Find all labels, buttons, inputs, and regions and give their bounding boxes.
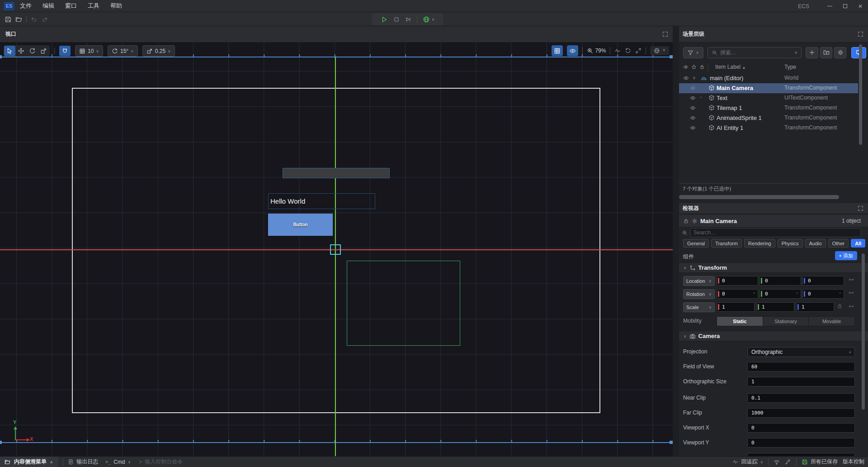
- eye-icon[interactable]: [690, 95, 696, 101]
- tab-physics[interactable]: Physics: [778, 239, 803, 248]
- close-button[interactable]: ✕: [853, 0, 868, 12]
- selection-handle[interactable]: [670, 441, 673, 444]
- selection-handle[interactable]: [0, 441, 2, 444]
- hierarchy-hscrollbar[interactable]: [679, 195, 868, 200]
- rotation-dropdown[interactable]: Rotation∨: [683, 289, 715, 299]
- debug-probe-icon[interactable]: [785, 459, 791, 465]
- scene-canvas[interactable]: 10 ∨ 15° ∨ 0.25 ∨: [0, 43, 673, 456]
- eye-icon[interactable]: [690, 85, 696, 91]
- tab-audio[interactable]: Audio: [805, 239, 826, 248]
- add-component-button[interactable]: + 添加: [835, 251, 857, 260]
- tab-general[interactable]: General: [683, 239, 709, 248]
- console-command-input[interactable]: > 输入控制台命令: [139, 458, 183, 466]
- link-axes-icon[interactable]: [848, 303, 854, 310]
- location-dropdown[interactable]: Location∨: [683, 276, 715, 286]
- ui-button-object[interactable]: Button: [268, 214, 333, 236]
- hierarchy-search-input[interactable]: 搜索... ∨: [708, 47, 802, 58]
- app-logo[interactable]: ES: [4, 2, 14, 10]
- tree-row-ai-entity[interactable]: AI Entity 1 TransformComponent: [679, 123, 858, 133]
- add-entity-button[interactable]: [806, 47, 818, 58]
- inspector-vscrollbar[interactable]: [862, 253, 865, 410]
- chevron-down-icon[interactable]: ∨: [693, 76, 696, 80]
- menu-tools[interactable]: 工具: [82, 0, 105, 12]
- mobility-movable[interactable]: Movable: [809, 317, 854, 326]
- projection-dropdown[interactable]: Orthographic ▾: [747, 347, 855, 357]
- selection-handle[interactable]: [670, 55, 673, 58]
- undo-icon[interactable]: [30, 16, 38, 23]
- snap-toggle-button[interactable]: [59, 46, 71, 56]
- gear-icon[interactable]: [692, 218, 698, 224]
- link-axes-icon[interactable]: [848, 290, 854, 296]
- eye-icon[interactable]: [690, 115, 696, 121]
- menu-help[interactable]: 帮助: [105, 0, 127, 12]
- rotation-x-input[interactable]: 0°: [717, 289, 758, 299]
- maximize-button[interactable]: [837, 0, 853, 12]
- select-tool-button[interactable]: [4, 46, 15, 56]
- rotation-z-input[interactable]: 0°: [802, 289, 844, 299]
- eye-icon[interactable]: [690, 105, 696, 111]
- menu-edit[interactable]: 编辑: [37, 0, 60, 12]
- filter-dropdown[interactable]: ∨: [683, 47, 703, 58]
- link-axes-icon[interactable]: [848, 276, 854, 283]
- open-folder-icon[interactable]: [15, 16, 23, 23]
- rotate-snap-dropdown[interactable]: 15° ∨: [108, 45, 138, 57]
- tab-other[interactable]: Other: [828, 239, 849, 248]
- location-x-input[interactable]: 0: [717, 276, 758, 286]
- save-icon[interactable]: [5, 16, 12, 23]
- tree-row-text[interactable]: › Text UITextComponent: [679, 93, 858, 103]
- camera-section-header[interactable]: ∨ Camera: [679, 331, 868, 341]
- move-tool-button[interactable]: [15, 46, 27, 56]
- inspector-expand-icon[interactable]: [858, 205, 863, 211]
- location-z-input[interactable]: 0: [802, 276, 844, 286]
- lock-icon[interactable]: [683, 218, 689, 224]
- grid-snap-dropdown[interactable]: 10 ∨: [75, 45, 103, 57]
- inspector-search-input[interactable]: Search...: [690, 228, 861, 237]
- output-log-button[interactable]: 输出日志: [68, 458, 98, 466]
- trace-dropdown[interactable]: 回追踪 ∨: [732, 458, 763, 466]
- play-button[interactable]: [381, 16, 388, 23]
- ui-panel-object[interactable]: [283, 168, 390, 178]
- minimize-button[interactable]: [822, 0, 837, 12]
- fullscreen-icon[interactable]: [635, 48, 642, 54]
- scale-x-input[interactable]: 1: [717, 302, 755, 312]
- hierarchy-expand-icon[interactable]: [858, 31, 863, 37]
- stop-button[interactable]: [393, 16, 400, 23]
- transform-section-header[interactable]: ∨ Transform: [679, 262, 868, 273]
- mobility-static[interactable]: Static: [717, 317, 763, 326]
- tab-rendering[interactable]: Rendering: [744, 239, 775, 248]
- lock-column-icon[interactable]: [699, 64, 705, 70]
- lock-scale-icon[interactable]: [837, 303, 843, 309]
- scale-snap-dropdown[interactable]: 0.25 ∨: [142, 45, 175, 57]
- location-y-input[interactable]: 0: [760, 276, 801, 286]
- tilemap-bounds-rect[interactable]: [347, 261, 460, 346]
- zoom-control[interactable]: 79%: [587, 48, 606, 54]
- tree-row-main-camera[interactable]: Main Camera TransformComponent: [679, 83, 858, 93]
- viewport-y-input[interactable]: 0: [747, 438, 855, 448]
- viewport-expand-icon[interactable]: [662, 31, 668, 37]
- hierarchy-settings-button[interactable]: [834, 47, 846, 58]
- mobility-stationary[interactable]: Stationary: [763, 317, 809, 326]
- scale-y-input[interactable]: 1: [756, 302, 794, 312]
- hierarchy-vscrollbar[interactable]: [859, 44, 862, 145]
- grid-visibility-button[interactable]: [552, 45, 563, 56]
- partial-input[interactable]: [747, 453, 855, 456]
- redo-icon[interactable]: [41, 16, 48, 23]
- save-status[interactable]: 所有已保存: [802, 458, 838, 466]
- ui-text-object[interactable]: Hello World: [268, 193, 375, 209]
- orthographic-size-input[interactable]: 1: [747, 377, 855, 386]
- tree-row-tilemap[interactable]: Tilemap 1 TransformComponent: [679, 103, 858, 113]
- tab-transform[interactable]: Transform: [711, 239, 742, 248]
- visibility-button[interactable]: [567, 45, 578, 56]
- reset-view-icon[interactable]: [625, 48, 631, 54]
- menu-file[interactable]: 文件: [14, 0, 37, 12]
- near-clip-input[interactable]: 0.1: [747, 393, 855, 403]
- stats-icon[interactable]: [614, 48, 621, 54]
- field-of-view-input[interactable]: 60: [747, 362, 855, 372]
- version-control-button[interactable]: 版本控制: [843, 458, 864, 466]
- step-button[interactable]: [405, 16, 411, 23]
- eye-column-icon[interactable]: [683, 64, 689, 70]
- scale-dropdown[interactable]: Scale∨: [683, 302, 715, 312]
- scale-z-input[interactable]: 1: [796, 302, 834, 312]
- world-view-dropdown[interactable]: ∨: [650, 46, 669, 55]
- content-drawer-button[interactable]: 内容侧滑菜单 ∧: [0, 457, 58, 467]
